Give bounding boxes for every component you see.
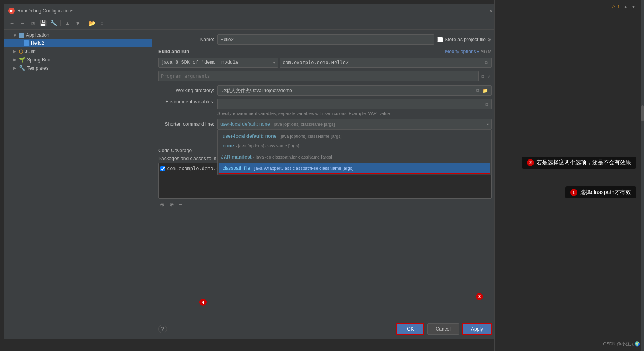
footer-right: OK Cancel Apply [396,323,492,335]
folder-icon [19,33,24,38]
env-input[interactable]: ⧉ [217,99,492,109]
wrench-button[interactable]: 🔧 [49,19,58,28]
workdir-input[interactable]: D:\私人文件夹\JavaProjects\demo ⧉ 📁 [217,85,492,96]
templates-label: Templates [27,65,49,71]
scrollbar-thumb [641,105,644,121]
ide-chrome: ⚠ 1 ▲ ▼ CSDN @小犹太🌍 [494,0,644,351]
tree-item-hello2[interactable]: Hello2 [4,39,152,47]
args-expand-icon[interactable]: ⤢ [486,73,492,80]
cancel-button[interactable]: Cancel [427,323,459,335]
move-down-button[interactable]: ▼ [73,19,82,28]
store-as-project-checkbox[interactable] [437,37,443,42]
ok-button[interactable]: OK [396,323,424,335]
dialog-body: ▼ Application Hello2 ▶ ⬡ JUnit ▶ 🌱 Sprin… [4,30,498,339]
dropdown-option-none[interactable]: none - java [options] className [args] [219,141,490,151]
add-config-button[interactable]: + [8,19,16,28]
dialog-title: Run/Debug Configurations [17,8,73,14]
shorten-value: user-local default: none - java [options… [220,121,335,127]
dialog-toolbar: + − ⧉ 💾 🔧 ▲ ▼ 📂 ↕ [4,17,498,30]
build-run-title: Build and run [158,49,189,54]
badge-4: 4 [199,299,207,306]
workdir-label: Working directory: [158,88,214,93]
sort-button[interactable]: ↕ [98,19,106,28]
annotation2-badge: 2 [527,159,534,166]
tree-item-junit[interactable]: ▶ ⬡ JUnit [4,47,152,56]
tree-item-springboot[interactable]: ▶ 🌱 Spring Boot [4,56,152,64]
store-checkbox-row: Store as project file ⚙ [437,37,492,42]
shorten-dropdown-menu: user-local default: none - java [options… [217,129,492,175]
close-button[interactable]: × [488,8,494,14]
main-class-value: com.example.demo.Hello2 [282,60,349,65]
dropdown-option-user-local[interactable]: user-local default: none - java [options… [219,131,490,141]
remove-config-button[interactable]: − [18,19,27,28]
copy-config-button[interactable]: ⧉ [28,19,37,28]
workdir-copy-icon[interactable]: ⧉ [475,87,480,94]
shorten-dropdown-arrow: ▾ [487,122,489,127]
modify-options-chevron: ▾ [477,50,479,54]
dropdown-option-jar[interactable]: JAR manifest - java -cp classpath.jar cl… [218,152,491,162]
env-hint: Specify environment variables, separate … [217,111,492,116]
add-package-button[interactable]: ⊕ [158,200,166,208]
apply-button[interactable]: Apply [462,323,492,335]
annotation2-text: 若是选择这两个选项，还是不会有效果 [536,159,631,166]
workdir-folder-icon[interactable]: 📁 [482,87,489,94]
author-text: CSDN @小犹太🌍 [603,341,640,346]
name-input[interactable] [217,34,434,45]
annotation1-text: 选择classpath才有效 [580,189,631,196]
move-up-button[interactable]: ▲ [63,19,72,28]
ide-author: CSDN @小犹太🌍 [603,341,640,347]
config-area: Name: Store as project file ⚙ Build and … [152,30,498,319]
sdk-dropdown-arrow: ▾ [273,61,275,65]
expand-springboot: ▶ [12,58,17,62]
junit-icon: ⬡ [19,48,23,54]
option-group-red: user-local default: none - java [options… [219,131,490,151]
dialog-titlebar: ▶ Run/Debug Configurations × [4,4,498,17]
add-package2-button[interactable]: ⊕ [168,200,176,208]
footer-left: ? [158,325,167,333]
dialog-footer: ? OK Cancel Apply [152,319,498,339]
expand-application: ▼ [12,33,17,38]
package-name: com.example.demo.* [167,166,219,171]
shorten-container: user-local default: none - java [options… [217,119,492,129]
right-panel: Name: Store as project file ⚙ Build and … [152,30,498,339]
program-args-input[interactable] [158,71,479,81]
modify-options-button[interactable]: Modify options ▾ [445,49,479,54]
springboot-label: Spring Boot [27,57,52,63]
dropdown-option-classpath[interactable]: classpath file - java WrapperClass class… [219,163,490,173]
remove-package-button[interactable]: − [177,200,184,208]
modify-options-label: Modify options [445,49,476,54]
args-copy-icon[interactable]: ⧉ [480,73,485,80]
tree-item-application[interactable]: ▼ Application [4,31,152,39]
sdk-dropdown[interactable]: java 8 SDK of 'demo' module ▾ [158,58,278,68]
help-button[interactable]: ? [158,325,167,333]
vertical-scrollbar[interactable] [641,0,644,351]
app-icon: ▶ [8,8,15,14]
class-copy-icon[interactable]: ⧉ [484,59,489,66]
shorten-dropdown[interactable]: user-local default: none - java [options… [217,119,492,129]
annotation1-badge: 1 [570,189,577,196]
shorten-label: Shorten command line: [158,121,214,127]
package-checkbox[interactable] [160,166,165,171]
classpath-option-name: classpath file [223,165,250,171]
tree-item-templates[interactable]: ▶ 🔧 Templates [4,64,152,72]
main-class-field[interactable]: com.example.demo.Hello2 ⧉ [280,58,492,68]
toolbar-divider [60,20,61,26]
env-copy-icon[interactable]: ⧉ [484,101,489,108]
list-toolbar: ⊕ ⊕ − [158,200,492,208]
option-group-classpath: classpath file - java WrapperClass class… [219,163,490,174]
store-gear-icon[interactable]: ⚙ [487,37,492,42]
hello2-label: Hello2 [31,40,44,46]
annotation-2: 2 若是选择这两个选项，还是不会有效果 [522,157,636,169]
open-folder-button[interactable]: 📂 [87,19,96,28]
env-label: Environment variables: [158,99,214,105]
junit-label: JUnit [25,49,35,54]
args-row: ⧉ ⤢ [158,71,492,81]
save-config-button[interactable]: 💾 [39,19,47,28]
run-debug-dialog: ▶ Run/Debug Configurations × + − ⧉ 💾 🔧 ▲… [4,4,498,339]
dialog-title-left: ▶ Run/Debug Configurations [8,8,73,14]
left-panel: ▼ Application Hello2 ▶ ⬡ JUnit ▶ 🌱 Sprin… [4,30,152,339]
workdir-buttons: ⧉ 📁 [475,87,489,94]
sdk-value: java 8 SDK of 'demo' module [161,60,238,65]
store-as-project-label: Store as project file [445,37,486,42]
warning-text: ⚠ 1 [612,4,620,10]
